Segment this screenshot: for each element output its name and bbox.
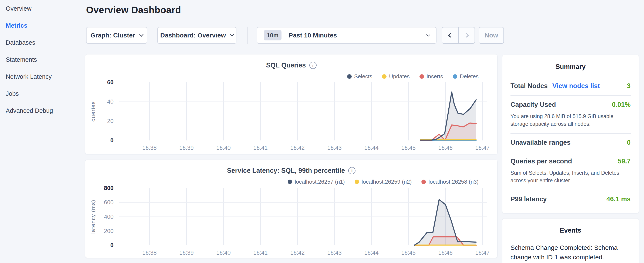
svg-text:16:43: 16:43 [327,249,342,256]
sql-queries-plot[interactable]: 020406016:3816:3916:4016:4116:4216:4316:… [85,55,498,154]
time-prev-button[interactable] [442,28,458,43]
svg-text:16:46: 16:46 [438,145,453,151]
graph-scope-dropdown[interactable]: Graph: Cluster [86,27,147,44]
sidebar-item-network-latency[interactable]: Network Latency [0,68,85,85]
sql-queries-chart-card: SQL Queries i SelectsUpdatesInsertsDelet… [85,54,498,154]
svg-text:16:38: 16:38 [142,249,157,256]
summary-row-subtext: You are using 28.6 MiB of 515.9 GiB usab… [510,112,630,128]
svg-text:16:41: 16:41 [253,249,268,256]
svg-text:16:47: 16:47 [475,145,490,151]
svg-text:16:44: 16:44 [364,145,379,151]
svg-text:60: 60 [107,79,114,86]
svg-text:16:43: 16:43 [327,145,342,151]
summary-row: Queries per second59.7Sum of Selects, Up… [510,152,630,190]
sidebar-item-statements[interactable]: Statements [0,51,85,68]
time-next-button[interactable] [458,28,474,43]
svg-text:16:39: 16:39 [179,145,194,151]
service-latency-plot[interactable]: 020040060080016:3816:3916:4016:4116:4216… [85,160,498,258]
sidebar-item-jobs[interactable]: Jobs [0,85,85,102]
chevron-left-icon [448,33,453,38]
svg-text:800: 800 [104,185,114,191]
svg-text:16:47: 16:47 [475,249,490,256]
svg-text:latency (ms): latency (ms) [90,200,96,234]
events-panel: Events Schema Change Completed: Schema c… [502,218,639,263]
time-range-dropdown[interactable]: 10m Past 10 Minutes [257,27,436,44]
summary-row-label: Queries per second [510,157,572,165]
summary-row-label: Unavailable ranges [510,139,571,146]
svg-text:16:44: 16:44 [364,249,379,256]
svg-text:0: 0 [110,137,114,144]
summary-row-label: Capacity Used [510,101,556,109]
svg-text:queries: queries [90,101,96,122]
summary-row: P99 latency46.1 ms [510,190,630,208]
svg-text:16:39: 16:39 [179,249,194,256]
svg-text:16:40: 16:40 [216,145,231,151]
now-button[interactable]: Now [479,27,504,44]
view-nodes-list-link[interactable]: View nodes list [552,82,600,90]
controls-divider [247,27,248,44]
svg-text:16:42: 16:42 [290,145,305,151]
dashboard-dropdown-label: Dashboard: Overview [160,32,226,39]
svg-text:200: 200 [104,228,114,234]
svg-text:16:40: 16:40 [216,249,231,256]
graph-scope-dropdown-label: Graph: Cluster [90,32,135,39]
chevron-right-icon [464,33,469,38]
svg-text:16:41: 16:41 [253,145,268,151]
svg-text:20: 20 [107,118,114,124]
summary-panel: Summary Total NodesView nodes list3Capac… [502,55,639,213]
summary-row-value: 0.01% [612,101,630,109]
summary-row-value: 46.1 ms [606,195,630,203]
time-window-label: Past 10 Minutes [289,32,337,39]
summary-row-value: 3 [627,82,630,90]
chevron-down-icon [139,32,144,37]
svg-text:600: 600 [104,199,114,205]
svg-text:16:42: 16:42 [290,249,305,256]
sidebar: OverviewMetricsDatabasesStatementsNetwor… [0,0,85,119]
chevron-down-icon [426,33,430,36]
events-title: Events [502,218,639,234]
sidebar-item-overview[interactable]: Overview [0,0,85,17]
summary-row: Total NodesView nodes list3 [510,77,630,96]
sidebar-item-metrics[interactable]: Metrics [0,17,85,34]
summary-row: Unavailable ranges0 [510,134,630,152]
svg-text:16:38: 16:38 [142,145,157,151]
svg-text:16:45: 16:45 [401,249,416,256]
summary-row-subtext: Sum of Selects, Updates, Inserts, and De… [510,169,630,184]
summary-row-value: 59.7 [618,157,630,165]
summary-row-label: P99 latency [510,195,547,203]
svg-text:0: 0 [110,242,114,248]
svg-text:16:45: 16:45 [401,145,416,151]
svg-text:400: 400 [104,214,114,220]
sidebar-item-advanced-debug[interactable]: Advanced Debug [0,102,85,119]
time-step-buttons [442,27,475,44]
sidebar-item-databases[interactable]: Databases [0,34,85,51]
service-latency-chart-card: Service Latency: SQL, 99th percentile i … [85,160,498,258]
summary-row: Capacity Used0.01%You are using 28.6 MiB… [510,96,630,134]
svg-text:16:46: 16:46 [438,249,453,256]
chevron-down-icon [230,32,234,37]
svg-text:40: 40 [107,99,114,105]
time-window-badge: 10m [264,30,282,41]
page-title: Overview Dashboard [86,5,181,15]
summary-row-label: Total Nodes [510,82,548,90]
dashboard-dropdown[interactable]: Dashboard: Overview [157,27,236,44]
event-message: Schema Change Completed: Schema change w… [510,243,621,262]
summary-title: Summary [502,55,639,71]
summary-row-value: 0 [627,139,630,146]
now-button-label: Now [484,32,498,39]
